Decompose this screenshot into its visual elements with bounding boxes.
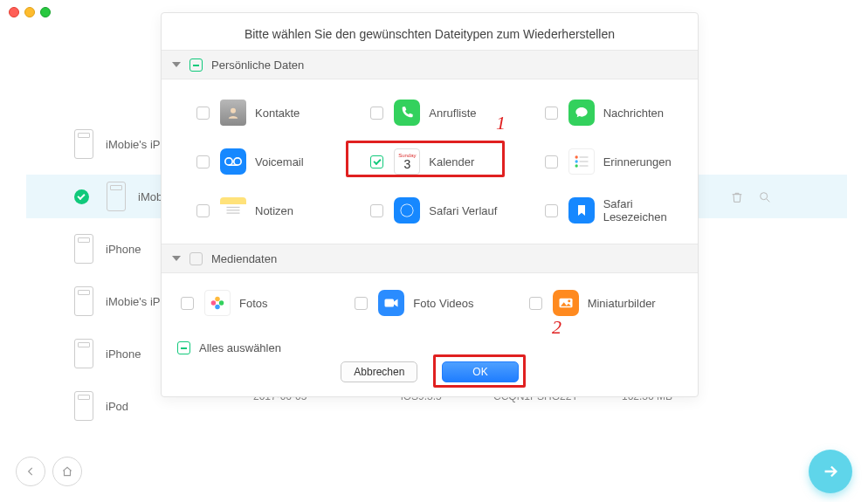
reminders-icon xyxy=(568,148,595,175)
next-button[interactable] xyxy=(809,450,852,493)
svg-point-21 xyxy=(568,299,570,302)
contacts-icon xyxy=(220,100,246,126)
section-label: Persönliche Daten xyxy=(211,58,304,72)
checkbox[interactable] xyxy=(545,204,558,217)
item-safari-history[interactable]: Safari Verlauf xyxy=(342,186,516,235)
checkbox[interactable] xyxy=(196,204,210,217)
svg-point-15 xyxy=(215,297,220,302)
item-label: Fotos xyxy=(239,297,268,310)
checkbox[interactable] xyxy=(196,107,210,120)
svg-point-4 xyxy=(575,155,577,158)
item-label: Erinnerungen xyxy=(603,155,672,168)
select-all-checkbox[interactable] xyxy=(177,341,190,354)
messages-icon xyxy=(568,100,595,126)
device-icon xyxy=(107,182,126,211)
svg-rect-7 xyxy=(579,156,588,158)
svg-rect-12 xyxy=(227,213,240,214)
device-label: iPhone xyxy=(106,243,141,256)
zoom-icon[interactable] xyxy=(40,7,51,17)
row-tools xyxy=(730,190,772,204)
selected-check-icon xyxy=(74,189,89,204)
checkbox[interactable] xyxy=(545,155,558,168)
annotation-2: 2 xyxy=(552,316,561,339)
svg-rect-10 xyxy=(227,207,240,208)
svg-point-0 xyxy=(761,193,768,200)
item-label: Miniaturbilder xyxy=(588,297,656,310)
checkbox[interactable] xyxy=(529,297,542,310)
section-personal[interactable]: Persönliche Daten xyxy=(162,50,698,79)
section-media[interactable]: Mediendaten xyxy=(162,244,698,273)
image-icon xyxy=(553,290,579,316)
item-reminders[interactable]: Erinnerungen xyxy=(517,137,691,186)
item-photos[interactable]: Fotos xyxy=(169,279,342,327)
svg-rect-19 xyxy=(385,299,395,307)
checkbox[interactable] xyxy=(370,204,383,217)
voicemail-icon xyxy=(220,148,246,175)
annotation-1: 1 xyxy=(496,112,506,134)
bookmark-icon xyxy=(568,197,595,223)
select-all-label: Alles auswählen xyxy=(199,341,281,354)
item-messages[interactable]: Nachrichten xyxy=(517,88,691,137)
svg-point-3 xyxy=(234,158,241,165)
svg-point-14 xyxy=(402,204,414,217)
phone-icon xyxy=(394,100,420,126)
device-label: iPod xyxy=(106,400,128,413)
item-voicemail[interactable]: Voicemail xyxy=(169,137,342,186)
svg-rect-11 xyxy=(227,210,240,210)
svg-point-5 xyxy=(575,160,577,162)
window-controls[interactable] xyxy=(9,7,51,17)
svg-point-16 xyxy=(219,300,224,306)
checkbox-checked[interactable] xyxy=(370,155,383,168)
item-notes[interactable]: Notizen xyxy=(169,186,342,235)
back-button[interactable] xyxy=(16,457,45,486)
item-label: Safari Verlauf xyxy=(429,204,497,217)
svg-point-18 xyxy=(211,300,217,306)
item-safari-bookmarks[interactable]: Safari Lesezeichen xyxy=(517,186,691,235)
ok-button-wrap: OK xyxy=(442,361,518,382)
item-thumbnails[interactable]: Miniaturbilder xyxy=(517,279,691,327)
item-photovideos[interactable]: Foto Videos xyxy=(342,279,516,327)
device-icon xyxy=(74,286,93,316)
svg-rect-9 xyxy=(579,165,588,167)
item-label: Anrufliste xyxy=(429,107,476,120)
checkbox[interactable] xyxy=(181,297,194,310)
close-icon[interactable] xyxy=(9,7,19,17)
item-calendar[interactable]: Sunday3 Kalender xyxy=(342,137,516,186)
chevron-down-icon xyxy=(172,256,181,261)
notes-icon xyxy=(220,197,246,223)
svg-point-1 xyxy=(231,108,236,113)
svg-point-2 xyxy=(225,158,232,165)
item-calllog[interactable]: Anrufliste xyxy=(342,88,516,137)
checkbox[interactable] xyxy=(370,107,383,120)
select-all[interactable]: Alles auswählen xyxy=(177,341,281,354)
checkbox[interactable] xyxy=(545,107,558,120)
device-label: iPhone xyxy=(106,347,141,361)
device-label: iMobie's iPh xyxy=(106,295,167,308)
item-label: Voicemail xyxy=(255,155,304,168)
dialog-title: Bitte wählen Sie den gewünschten Dateity… xyxy=(162,13,698,50)
device-icon xyxy=(74,391,93,421)
item-label: Nachrichten xyxy=(603,107,664,120)
item-contacts[interactable]: Kontakte xyxy=(169,88,342,137)
item-label: Kontakte xyxy=(255,107,300,120)
section-personal-checkbox[interactable] xyxy=(189,58,203,72)
trash-icon[interactable] xyxy=(730,190,744,204)
annotation-box-2 xyxy=(433,354,526,388)
photos-icon xyxy=(204,290,231,316)
svg-point-17 xyxy=(215,305,220,310)
device-icon xyxy=(74,129,93,159)
device-label: iMobie's iPh xyxy=(106,138,167,151)
item-label: Notizen xyxy=(255,204,293,217)
item-label: Safari Lesezeichen xyxy=(603,197,691,223)
search-icon[interactable] xyxy=(758,190,772,204)
cancel-button[interactable]: Abbrechen xyxy=(341,361,417,382)
video-icon xyxy=(378,290,404,316)
checkbox[interactable] xyxy=(196,155,210,168)
home-button[interactable] xyxy=(52,457,82,486)
minimize-icon[interactable] xyxy=(24,7,35,17)
device-icon xyxy=(74,339,93,368)
section-media-checkbox[interactable] xyxy=(189,252,203,265)
section-label: Mediendaten xyxy=(211,252,277,265)
chevron-down-icon xyxy=(172,62,181,67)
checkbox[interactable] xyxy=(355,297,368,310)
